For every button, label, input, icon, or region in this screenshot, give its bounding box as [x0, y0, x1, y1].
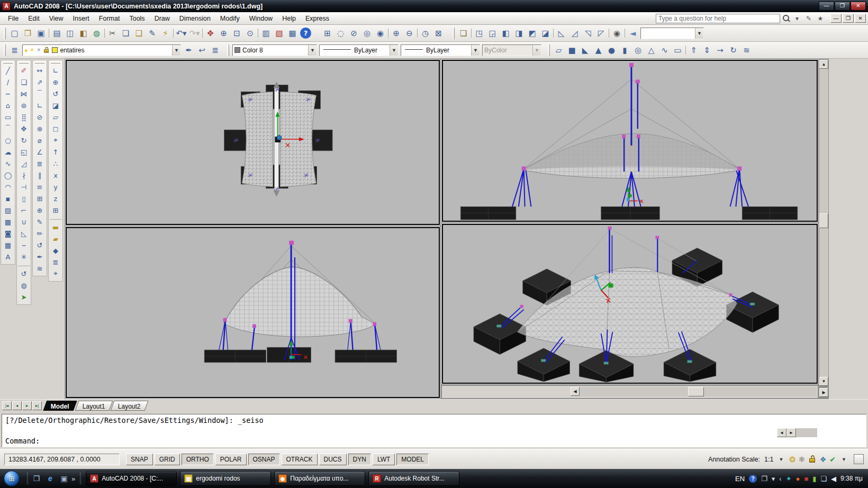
zoom-realtime-button[interactable]: ⊕: [217, 26, 230, 40]
vertical-scrollbar-thumb[interactable]: [819, 213, 828, 228]
close-button[interactable]: ✕: [851, 2, 866, 11]
viewport-top-left-plan[interactable]: [66, 60, 440, 225]
revcloud-button[interactable]: ☁: [2, 146, 14, 158]
command-scrollbar-track[interactable]: [796, 428, 817, 437]
window-switcher-icon[interactable]: ▣: [59, 474, 69, 483]
help-search-input[interactable]: [656, 14, 780, 23]
layer-states-button[interactable]: ≣: [209, 43, 222, 57]
orbit-button[interactable]: ↺: [18, 266, 30, 279]
polygon-button[interactable]: ⌂: [2, 100, 14, 111]
tab-layout1[interactable]: Layout1: [75, 401, 113, 411]
task-robot[interactable]: R Autodesk Robot Str...: [368, 471, 459, 486]
communication-center-icon[interactable]: ✎: [804, 15, 813, 22]
toolbar-grip[interactable]: [4, 28, 6, 39]
toggle-snap[interactable]: SNAP: [126, 454, 153, 465]
three-point-ucs-button[interactable]: ∴: [50, 158, 62, 169]
scroll-up-button[interactable]: ▲: [819, 60, 828, 69]
array-button[interactable]: ⣿: [18, 111, 30, 123]
layer-thaw-sun-icon[interactable]: ☀: [30, 47, 35, 53]
make-object-layer-current-button[interactable]: ✒: [182, 43, 195, 57]
toolbar-grip[interactable]: [35, 61, 44, 64]
toolbar-grip[interactable]: [4, 44, 6, 56]
bottom-view-button[interactable]: ◲: [486, 26, 499, 40]
sphere-button[interactable]: ●: [605, 43, 618, 57]
menu-file[interactable]: File: [3, 13, 23, 24]
face-ucs-button[interactable]: ◪: [50, 100, 62, 111]
sheet-set-manager-button[interactable]: ▥: [259, 26, 273, 40]
save-button[interactable]: ▣: [34, 26, 48, 40]
zoom-out-button[interactable]: ⊖: [403, 26, 416, 40]
menu-format[interactable]: Format: [94, 13, 125, 24]
y-rotate-ucs-button[interactable]: y: [50, 181, 62, 193]
search-icon[interactable]: [782, 14, 790, 22]
show-desktop-icon[interactable]: ❐: [31, 474, 42, 483]
se-isometric-button[interactable]: ◿: [568, 26, 581, 40]
display-viewports-dialog-button[interactable]: ❏: [457, 26, 470, 40]
chevron-down-icon[interactable]: ▼: [695, 28, 703, 39]
toolbar-grip[interactable]: [51, 61, 60, 64]
viewport-top-right-elevation[interactable]: [442, 60, 818, 222]
scale-button[interactable]: ◱: [18, 146, 30, 158]
layer-previous-button[interactable]: ↩: [195, 43, 209, 57]
list-button[interactable]: ≣: [50, 256, 62, 268]
swivel-button[interactable]: ◍: [18, 279, 30, 291]
break-at-point-button[interactable]: ▯: [18, 193, 30, 204]
torus-button[interactable]: ◎: [631, 43, 645, 57]
presspull-button[interactable]: ⇕: [700, 43, 713, 57]
zoom-scale-button[interactable]: ⊘: [347, 26, 360, 40]
tab-next-button[interactable]: ▸: [22, 401, 32, 410]
arc-length-dimension-button[interactable]: ⌒: [34, 88, 46, 100]
create-camera-button[interactable]: ◉: [610, 26, 623, 40]
erase-button[interactable]: ✐: [18, 65, 30, 76]
toggle-osnap[interactable]: OSNAP: [248, 454, 280, 465]
menu-modify[interactable]: Modify: [215, 13, 245, 24]
help-button[interactable]: ?: [300, 28, 311, 39]
toggle-otrack[interactable]: OTRACK: [282, 454, 318, 465]
circle-button[interactable]: ○: [2, 134, 14, 146]
toolbar-grip[interactable]: [227, 44, 229, 56]
tab-prev-button[interactable]: ◂: [12, 401, 22, 410]
menu-express[interactable]: Express: [301, 13, 334, 24]
app1-tray-icon[interactable]: ✦: [786, 475, 792, 483]
zoom-center-button[interactable]: ◎: [360, 26, 374, 40]
zoom-in-button[interactable]: ⊕: [390, 26, 403, 40]
minimize-button[interactable]: —: [819, 2, 834, 11]
join-button[interactable]: ∪: [18, 216, 30, 228]
status-menu-dropdown-icon[interactable]: ▼: [842, 457, 846, 462]
point-button[interactable]: ▪: [2, 193, 14, 204]
z-rotate-ucs-button[interactable]: z: [50, 193, 62, 204]
scroll-right-button[interactable]: ▶: [819, 388, 828, 397]
top-view-button[interactable]: ◳: [473, 26, 486, 40]
toolbar-grip[interactable]: [548, 44, 550, 56]
help-tray-icon[interactable]: ?: [749, 475, 757, 483]
radius-dimension-button[interactable]: ⊘: [34, 111, 46, 123]
tolerance-button[interactable]: ⊞: [34, 193, 46, 204]
center-mark-button[interactable]: ⊕: [34, 204, 46, 216]
z-axis-vector-ucs-button[interactable]: ↑: [50, 146, 62, 158]
zoom-window-button[interactable]: ⊡: [230, 26, 243, 40]
cut-button[interactable]: ✂: [106, 26, 119, 40]
aligned-dimension-button[interactable]: ⇗: [34, 76, 46, 88]
layer-unlock-icon[interactable]: [44, 47, 50, 53]
paste-button[interactable]: ❑: [132, 26, 146, 40]
world-ucs-button[interactable]: ⊕: [50, 76, 62, 88]
named-ucs-button[interactable]: ⊞: [50, 204, 62, 216]
clean-screen-button[interactable]: [854, 454, 864, 464]
task-firefox[interactable]: ◉ Παραδείγματα υπο...: [274, 471, 365, 486]
menu-insert[interactable]: Insert: [68, 13, 94, 24]
chevron-down-icon[interactable]: ▼: [390, 45, 398, 56]
chevron-down-icon[interactable]: ▼: [172, 45, 180, 56]
chevron-down-icon[interactable]: ▼: [471, 45, 480, 56]
start-button[interactable]: ⊞: [4, 471, 20, 486]
line-button[interactable]: ╱: [2, 65, 14, 76]
area-button[interactable]: ▰: [50, 233, 62, 245]
break-button[interactable]: ⌐: [18, 204, 30, 216]
walk-button[interactable]: ➤: [18, 291, 30, 303]
app2-tray-icon[interactable]: ●: [796, 475, 800, 483]
tab-model[interactable]: Model: [43, 401, 77, 411]
toolbar-lock-icon[interactable]: [809, 455, 816, 463]
power-tray-icon[interactable]: ▮: [812, 475, 816, 483]
zoom-object-button[interactable]: ◉: [374, 26, 387, 40]
taskbar-clock[interactable]: 9:38 πμ: [840, 475, 863, 482]
toggle-grid[interactable]: GRID: [155, 454, 180, 465]
